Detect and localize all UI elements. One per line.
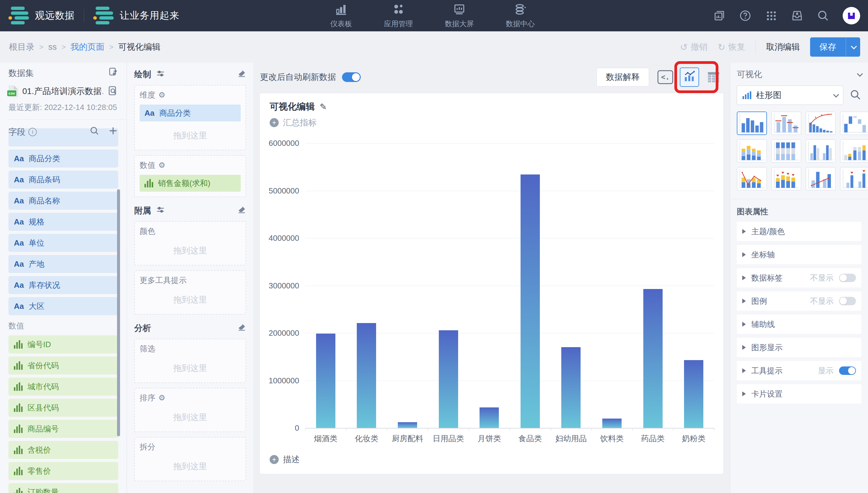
property-toggle[interactable] <box>839 274 856 282</box>
property-row-1[interactable]: 主题/颜色 <box>737 222 861 241</box>
add-description[interactable]: + 描述 <box>270 454 300 465</box>
dimension-field-chip[interactable]: Aa商品分类 <box>8 149 118 168</box>
chart-type-pareto-icon[interactable] <box>806 111 836 135</box>
measure-field-chip[interactable]: 含税价 <box>8 441 118 459</box>
measure-field-chip[interactable]: 省份代码 <box>8 357 118 374</box>
redo-button[interactable]: ↻恢复 <box>718 41 745 53</box>
dimension-chip[interactable]: Aa商品分类 <box>140 105 241 122</box>
expand-triangle-icon[interactable] <box>742 322 746 327</box>
expand-triangle-icon[interactable] <box>742 252 746 257</box>
auto-refresh-toggle[interactable] <box>342 72 361 82</box>
chart-type-column-icon[interactable] <box>737 111 767 135</box>
measure-field-chip[interactable]: 零售价 <box>8 462 118 480</box>
add-field-icon[interactable] <box>108 126 118 138</box>
chart-type-waterfall-icon[interactable] <box>840 111 868 135</box>
save-dropdown-button[interactable] <box>846 37 860 57</box>
measure-field-chip[interactable]: 订购数量 <box>8 483 118 493</box>
measure-field-chip[interactable]: 商品编号 <box>8 420 118 438</box>
workspace-logo-icon[interactable] <box>93 6 113 25</box>
search-chart-type-icon[interactable] <box>849 89 861 102</box>
navbar-item-3[interactable]: 数据大屏 <box>445 3 474 29</box>
cancel-edit-button[interactable]: 取消编辑 <box>766 41 800 53</box>
dimension-field-chip[interactable]: Aa商品条码 <box>8 171 118 189</box>
more-tooltip-dropzone[interactable]: 更多工具提示 拖到这里 <box>134 270 246 315</box>
sliders-icon[interactable] <box>156 69 165 80</box>
value-chip[interactable]: 销售金额(求和) <box>140 175 241 192</box>
dimension-field-chip[interactable]: Aa大区 <box>8 297 118 315</box>
sort-dropzone[interactable]: 排序⚙ 拖到这里 <box>134 388 246 432</box>
navbar-item-4[interactable]: 数据中心 <box>506 3 535 29</box>
gear-icon[interactable]: ⚙ <box>158 393 165 403</box>
value-dropzone[interactable]: 数值⚙ 销售金额(求和) <box>134 155 246 197</box>
property-row-3[interactable]: 数据标签不显示 <box>737 268 861 287</box>
chart-type-line-stacked-column-icon[interactable] <box>737 167 767 190</box>
breadcrumb-item-3[interactable]: 我的页面 <box>70 41 104 53</box>
navbar-item-2[interactable]: 应用管理 <box>384 3 413 29</box>
fields-scrollbar[interactable] <box>117 189 120 436</box>
split-dropzone[interactable]: 拆分 拖到这里 <box>134 437 246 481</box>
save-button[interactable]: 保存 <box>810 37 846 57</box>
apps-grid-icon[interactable] <box>765 9 778 22</box>
property-row-5[interactable]: 辅助线 <box>737 315 861 334</box>
breadcrumb-item-2[interactable]: ss <box>48 42 57 52</box>
chart-type-combo-stacked-column-icon[interactable] <box>840 139 868 163</box>
chart-type-stacked-column-icon[interactable] <box>737 139 767 163</box>
guanyuan-logo-icon[interactable] <box>8 6 28 25</box>
dimension-field-chip[interactable]: Aa单位 <box>8 234 118 252</box>
chart-type-column-line-icon[interactable] <box>806 167 836 190</box>
property-row-7[interactable]: 工具提示显示 <box>737 361 861 380</box>
undo-button[interactable]: ↺撤销 <box>680 41 707 53</box>
chart-type-select[interactable]: 柱形图 <box>737 86 843 105</box>
collapse-panel-icon[interactable] <box>857 71 863 77</box>
chart-type-grouped-column-icon[interactable] <box>806 139 836 163</box>
clear-attach-icon[interactable] <box>237 205 246 216</box>
code-view-button[interactable]: <. <box>656 67 675 87</box>
table-view-button[interactable] <box>704 67 723 87</box>
breadcrumb-item-1[interactable]: 根目录 <box>9 41 34 53</box>
user-avatar[interactable] <box>843 7 860 24</box>
navbar-item-1[interactable]: 仪表板 <box>330 3 352 29</box>
help-icon[interactable] <box>739 9 751 22</box>
info-icon[interactable]: i <box>28 128 37 136</box>
dimension-dropzone[interactable]: 维度⚙ Aa商品分类 拖到这里 <box>134 85 246 150</box>
expand-triangle-icon[interactable] <box>742 299 746 303</box>
dataset-row[interactable]: csv 01.产品培训演示数据… <box>8 85 118 97</box>
property-row-2[interactable]: 坐标轴 <box>737 245 861 264</box>
sliders-icon[interactable] <box>156 205 165 216</box>
chart-type-percent-stacked-column-icon[interactable] <box>771 139 801 163</box>
filter-dropzone[interactable]: 筛选 拖到这里 <box>134 339 246 383</box>
color-dropzone[interactable]: 颜色 拖到这里 <box>134 221 246 265</box>
dimension-field-chip[interactable]: Aa规格 <box>8 213 118 231</box>
inbox-icon[interactable] <box>791 9 803 22</box>
chart-type-target-column-icon[interactable] <box>840 167 868 190</box>
chart-view-button[interactable] <box>680 67 699 87</box>
expand-triangle-icon[interactable] <box>742 275 746 280</box>
preview-dataset-icon[interactable] <box>107 85 118 97</box>
gear-icon[interactable]: ⚙ <box>158 90 165 100</box>
data-explain-button[interactable]: 数据解释 <box>597 68 649 86</box>
expand-triangle-icon[interactable] <box>742 229 746 234</box>
expand-triangle-icon[interactable] <box>742 391 746 396</box>
expand-triangle-icon[interactable] <box>742 368 746 373</box>
chart-type-marked-stacked-column-icon[interactable] <box>771 167 801 190</box>
search-icon[interactable] <box>817 9 829 22</box>
switch-dataset-icon[interactable] <box>108 67 118 79</box>
property-toggle[interactable] <box>839 366 856 375</box>
search-fields-icon[interactable] <box>89 126 100 138</box>
property-toggle[interactable] <box>839 297 856 305</box>
clear-draw-icon[interactable] <box>237 69 246 80</box>
chart-type-benchmark-column-icon[interactable] <box>771 111 801 135</box>
property-row-4[interactable]: 图例不显示 <box>737 292 861 311</box>
measure-field-chip[interactable]: 城市代码 <box>8 378 118 396</box>
report-icon[interactable] <box>713 9 726 22</box>
property-row-8[interactable]: 卡片设置 <box>737 384 861 404</box>
property-row-6[interactable]: 图形显示 <box>737 338 861 357</box>
measure-field-chip[interactable]: 区县代码 <box>8 399 118 417</box>
dimension-field-chip[interactable]: Aa库存状况 <box>8 276 118 294</box>
expand-triangle-icon[interactable] <box>742 345 746 350</box>
dimension-field-chip[interactable]: Aa产地 <box>8 255 118 273</box>
dimension-field-chip[interactable]: Aa商品名称 <box>8 192 118 210</box>
gear-icon[interactable]: ⚙ <box>158 160 165 170</box>
measure-field-chip[interactable]: 编号ID <box>8 336 118 353</box>
clear-analysis-icon[interactable] <box>237 323 246 334</box>
